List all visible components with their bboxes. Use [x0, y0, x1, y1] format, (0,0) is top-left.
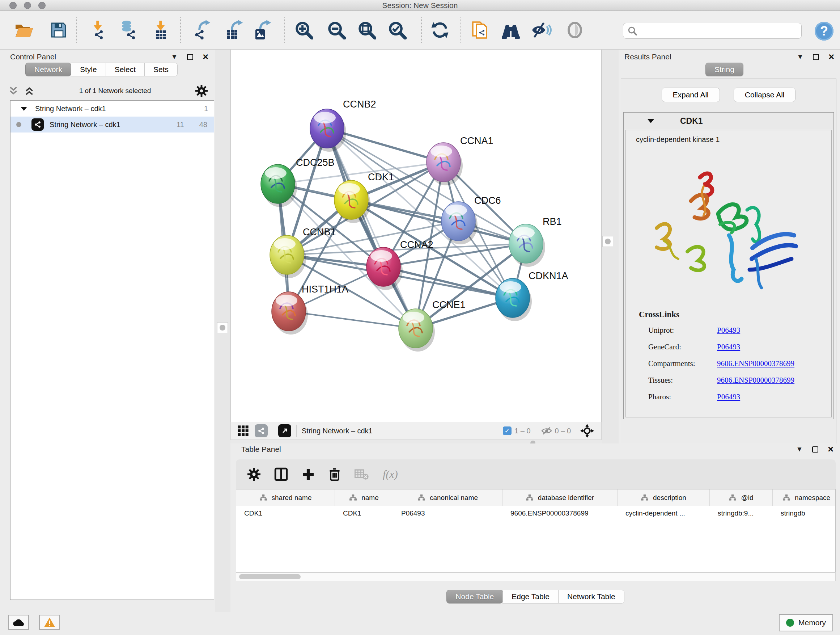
zoom-fit-button[interactable]	[354, 17, 380, 43]
table-panel-float-icon[interactable]	[812, 447, 818, 453]
table-cell[interactable]: stringdb	[773, 509, 836, 517]
network-options-gear-icon[interactable]	[195, 85, 208, 97]
import-network-file-button[interactable]	[85, 17, 111, 43]
left-splitter[interactable]	[215, 50, 231, 612]
right-splitter-handle[interactable]	[602, 236, 613, 247]
refresh-button[interactable]	[427, 17, 453, 43]
column-header-namespace[interactable]: namespace	[773, 489, 836, 506]
zoom-out-button[interactable]	[324, 17, 349, 43]
show-columns-icon[interactable]	[274, 467, 288, 481]
new-network-from-selection-button[interactable]	[467, 17, 493, 43]
crosslink-link[interactable]: 9606.ENSP00000378699	[717, 359, 794, 368]
column-header-name[interactable]: name	[335, 489, 393, 506]
network-collection-row[interactable]: String Network – cdk1 1	[11, 101, 214, 117]
zoom-selected-button[interactable]	[384, 17, 410, 43]
column-header-database-identifier[interactable]: database identifier	[502, 489, 617, 506]
network-selected-status: 1 of 1 Network selected	[35, 87, 195, 95]
warning-status-button[interactable]	[39, 615, 60, 630]
network-row-selected[interactable]: String Network – cdk1 11 48	[11, 117, 214, 133]
collapse-all-button[interactable]: Collapse All	[734, 88, 796, 102]
network-canvas[interactable]: CCNB2CCNA1CDC25BCDK1CDC6RB1CCNB1CCNA2CDK…	[231, 50, 602, 422]
close-window-button[interactable]	[9, 2, 17, 9]
node-CCNE1[interactable]: CCNE1	[399, 299, 466, 352]
export-network-button[interactable]	[189, 17, 215, 43]
node-CDKN1A[interactable]: CDKN1A	[496, 271, 568, 321]
table-horizontal-scrollbar[interactable]	[236, 572, 836, 581]
tab-style[interactable]: Style	[71, 63, 106, 76]
column-header--id[interactable]: @id	[710, 489, 773, 506]
control-panel-tabs: NetworkStyleSelectSets	[25, 63, 177, 76]
crosslink-link[interactable]: 9606.ENSP00000378699	[717, 376, 794, 385]
traffic-lights	[9, 2, 46, 9]
help-button[interactable]: ?	[815, 22, 834, 41]
export-image-button[interactable]	[249, 17, 276, 43]
import-network-database-button[interactable]	[115, 17, 141, 43]
expand-all-button[interactable]: Expand All	[662, 88, 720, 102]
results-panel-float-icon[interactable]	[813, 54, 819, 60]
tab-string[interactable]: String	[706, 63, 744, 76]
open-session-button[interactable]	[11, 17, 37, 43]
results-panel-close-icon[interactable]: ×	[829, 54, 834, 60]
crosslink-link[interactable]: P06493	[717, 326, 740, 335]
hide-unhide-button[interactable]	[529, 17, 554, 43]
tab-sets[interactable]: Sets	[144, 63, 178, 76]
find-binoculars-button[interactable]	[498, 17, 524, 43]
table-cell[interactable]: P06493	[393, 509, 502, 517]
table-panel-close-icon[interactable]: ×	[828, 447, 834, 453]
selected-checkbox-icon[interactable]: ✓	[503, 426, 512, 435]
tab-network-table[interactable]: Network Table	[558, 590, 624, 603]
tab-node-table[interactable]: Node Table	[447, 590, 503, 603]
network-nodes[interactable]: CCNB2CCNA1CDC25BCDK1CDC6RB1CCNB1CCNA2CDK…	[261, 99, 568, 352]
import-table-button[interactable]	[148, 17, 174, 43]
export-table-button[interactable]	[221, 17, 248, 43]
expand-all-icon[interactable]	[24, 86, 35, 96]
control-panel-float-icon[interactable]	[187, 54, 193, 60]
control-panel-close-icon[interactable]: ×	[202, 54, 208, 60]
string-app-icon	[32, 119, 44, 131]
scrollbar-thumb[interactable]	[239, 574, 301, 579]
control-panel-menu-icon[interactable]: ▼	[171, 53, 178, 61]
table-cell[interactable]: 9606.ENSP00000378699	[502, 509, 617, 517]
delete-column-trash-icon[interactable]	[328, 467, 341, 481]
show-eye-button[interactable]	[562, 17, 588, 43]
crosslink-row: GeneCard:P06493	[648, 342, 740, 352]
crosslink-link[interactable]: P06493	[717, 393, 740, 402]
zoom-window-button[interactable]	[38, 2, 46, 9]
node-label-CDKN1A: CDKN1A	[529, 271, 568, 281]
table-cell[interactable]: CDK1	[236, 509, 335, 517]
node-table[interactable]: shared namenamecanonical namedatabase id…	[236, 489, 836, 572]
column-header-description[interactable]: description	[617, 489, 710, 506]
memory-button[interactable]: Memory	[779, 614, 833, 631]
crosslink-link[interactable]: P06493	[717, 342, 740, 352]
birds-eye-toggle-icon[interactable]	[580, 424, 594, 438]
cloud-status-button[interactable]	[8, 615, 29, 630]
zoom-in-button[interactable]	[291, 17, 317, 43]
left-splitter-handle[interactable]	[217, 322, 228, 333]
search-input[interactable]	[623, 23, 802, 39]
node-HIST1H1A[interactable]: HIST1H1A	[272, 284, 348, 334]
minimize-window-button[interactable]	[24, 2, 31, 9]
tab-select[interactable]: Select	[106, 63, 145, 76]
column-header-shared-name[interactable]: shared name	[236, 489, 335, 506]
results-panel-menu-icon[interactable]: ▼	[797, 53, 804, 61]
table-panel-menu-icon[interactable]: ▼	[796, 445, 803, 453]
tab-edge-table[interactable]: Edge Table	[502, 590, 559, 603]
string-view-icon[interactable]	[255, 424, 268, 437]
column-header-canonical-name[interactable]: canonical name	[393, 489, 502, 506]
node-RB1[interactable]: RB1	[509, 216, 562, 267]
section-expander-icon[interactable]	[647, 119, 654, 123]
node-CDC6[interactable]: CDC6	[441, 195, 501, 244]
tab-network[interactable]: Network	[25, 63, 71, 76]
grid-view-icon[interactable]	[237, 425, 249, 437]
table-options-gear-icon[interactable]	[248, 468, 261, 481]
open-in-browser-icon[interactable]	[278, 424, 291, 437]
collection-expander-icon[interactable]	[21, 107, 27, 111]
table-cell[interactable]: cyclin-dependent ...	[617, 509, 710, 517]
create-column-plus-icon[interactable]	[302, 468, 315, 481]
edge-CCNB2-CCNE1[interactable]	[327, 128, 416, 328]
collapse-all-icon[interactable]	[8, 86, 19, 96]
table-cell[interactable]: stringdb:9...	[710, 509, 773, 517]
table-row[interactable]: CDK1CDK1P064939606.ENSP00000378699cyclin…	[236, 506, 835, 521]
save-session-button[interactable]	[46, 17, 72, 43]
table-cell[interactable]: CDK1	[335, 509, 393, 517]
